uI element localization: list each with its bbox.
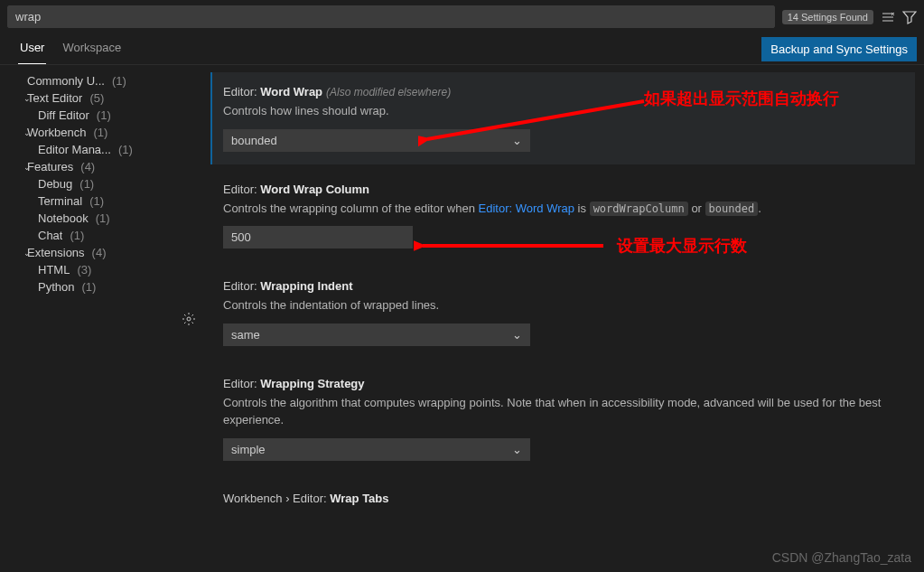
sidebar-item[interactable]: ⌄Extensions(4) [7, 244, 173, 261]
chevron-down-icon: ⌄ [512, 443, 522, 456]
setting-word-wrap-column: Editor: Word Wrap Column Controls the wr… [210, 170, 915, 262]
word-wrap-column-input[interactable] [223, 226, 413, 248]
sidebar-item-count: (1) [97, 108, 111, 122]
sidebar-item[interactable]: ⌄Workbench(1) [7, 124, 173, 141]
sidebar-item[interactable]: ⌄Text Editor(5) [7, 89, 173, 107]
chevron-down-icon: ⌄ [11, 248, 23, 258]
sidebar-item-label: Extensions [27, 246, 85, 259]
chevron-down-icon: ⌄ [11, 128, 23, 137]
sidebar-item-count: (4) [80, 160, 95, 173]
sidebar-item-count: (1) [79, 177, 94, 191]
setting-description: Controls the algorithm that computes wra… [223, 394, 915, 429]
sidebar-item-label: Diff Editor [38, 108, 89, 122]
settings-tree: Commonly U...(1)⌄Text Editor(5)Diff Edit… [0, 65, 176, 565]
sidebar-item[interactable]: Python(1) [7, 278, 173, 295]
sidebar-item-label: Editor Mana... [38, 143, 111, 156]
sidebar-item[interactable]: ⌄Features(4) [7, 158, 173, 175]
sidebar-item-label: Text Editor [27, 91, 82, 105]
sidebar-item-count: (1) [81, 280, 96, 294]
sidebar-item-label: HTML [38, 263, 70, 277]
setting-word-wrap: Editor: Word Wrap(Also modified elsewher… [210, 72, 915, 164]
svg-point-0 [187, 317, 191, 321]
sync-settings-button[interactable]: Backup and Sync Settings [761, 37, 917, 61]
chevron-down-icon: ⌄ [512, 328, 522, 342]
sidebar-item[interactable]: Diff Editor(1) [7, 107, 173, 124]
clear-filter-icon[interactable] [881, 10, 895, 24]
sidebar-item-count: (1) [89, 194, 104, 208]
sidebar-item-label: Terminal [38, 194, 82, 208]
sidebar-item[interactable]: Notebook(1) [7, 210, 173, 227]
chevron-down-icon: ⌄ [11, 94, 23, 103]
sidebar-item-label: Python [38, 280, 74, 294]
sidebar-item[interactable]: Commonly U...(1) [7, 72, 173, 89]
results-count-badge: 14 Settings Found [782, 10, 873, 24]
setting-wrapping-indent: Editor: Wrapping Indent Controls the ind… [210, 267, 915, 359]
sidebar-item[interactable]: HTML(3) [7, 261, 173, 278]
sidebar-item-label: Commonly U... [27, 74, 105, 88]
sidebar-item-count: (1) [94, 126, 108, 139]
chevron-down-icon: ⌄ [11, 163, 23, 172]
chevron-down-icon: ⌄ [512, 134, 522, 147]
tab-user[interactable]: User [18, 33, 46, 64]
wrapping-strategy-select[interactable]: simple ⌄ [223, 438, 530, 461]
settings-search-input[interactable] [7, 5, 775, 28]
tab-workspace[interactable]: Workspace [61, 33, 123, 64]
sidebar-item[interactable]: Editor Mana...(1) [7, 141, 173, 158]
watermark: CSDN @ZhangTao_zata [772, 550, 911, 565]
setting-description: Controls the indentation of wrapped line… [223, 296, 915, 314]
sidebar-item[interactable]: Chat(1) [7, 227, 173, 244]
sidebar-item-label: Features [27, 160, 73, 173]
sidebar-item-count: (3) [77, 263, 91, 277]
editor-word-wrap-link[interactable]: Editor: Word Wrap [479, 202, 574, 215]
wrapping-indent-select[interactable]: same ⌄ [223, 324, 530, 346]
filter-icon[interactable] [902, 10, 917, 24]
sidebar-item-count: (1) [118, 143, 133, 156]
sidebar-item-count: (4) [92, 246, 107, 259]
sidebar-item-count: (1) [96, 211, 110, 225]
gear-icon[interactable] [182, 72, 196, 565]
sidebar-item-label: Workbench [27, 126, 87, 139]
sidebar-item-label: Debug [38, 177, 72, 191]
sidebar-item-count: (1) [112, 74, 126, 88]
setting-description: Controls the wrapping column of the edit… [223, 200, 915, 218]
setting-wrapping-strategy: Editor: Wrapping Strategy Controls the a… [210, 364, 915, 474]
sidebar-item-label: Chat [38, 229, 62, 242]
sidebar-item[interactable]: Debug(1) [7, 175, 173, 192]
sidebar-item-label: Notebook [38, 211, 89, 225]
setting-wrap-tabs: Workbench › Editor: Wrap Tabs [210, 479, 915, 521]
sidebar-item-count: (5) [89, 91, 104, 105]
settings-content: Editor: Word Wrap(Also modified elsewher… [201, 65, 924, 565]
sidebar-item[interactable]: Terminal(1) [7, 192, 173, 210]
sidebar-item-count: (1) [70, 229, 84, 242]
word-wrap-select[interactable]: bounded ⌄ [223, 129, 530, 152]
setting-description: Controls how lines should wrap. [223, 102, 915, 120]
